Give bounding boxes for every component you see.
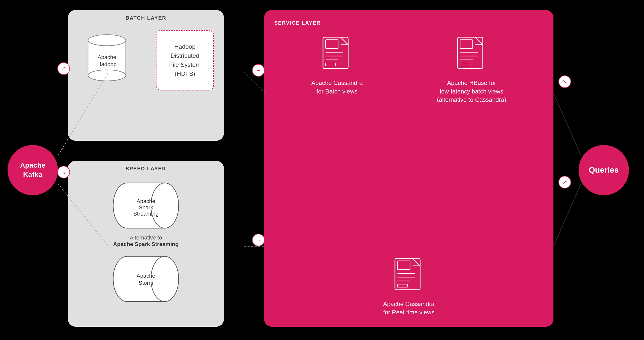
svg-text:Hadoop: Hadoop xyxy=(97,61,116,67)
alt-label: Alternative to Apache Spark Streaming xyxy=(73,234,219,248)
hdfs-box: Hadoop Distributed File System (HDFS) xyxy=(156,30,214,90)
cassandra-realtime-item: Apache Cassandra for Real-time views xyxy=(383,257,434,317)
hadoop-db-icon: Apache Hadoop xyxy=(83,28,131,83)
svg-rect-43 xyxy=(397,284,408,287)
speed-to-service-arrow: → xyxy=(252,234,265,246)
svg-point-13 xyxy=(151,183,179,228)
spark-streaming-icon: Apache Spark Streaming xyxy=(108,179,184,232)
svg-point-8 xyxy=(88,70,126,81)
svg-text:Storm: Storm xyxy=(139,280,153,286)
svg-line-5 xyxy=(553,183,581,246)
service-to-queries-down-arrow: ↗ xyxy=(558,176,571,188)
service-layer-title: SERVICE LAYER xyxy=(274,20,543,26)
svg-rect-33 xyxy=(460,40,473,48)
hdfs-to-service-arrow: → xyxy=(252,64,265,77)
cassandra-realtime-icon xyxy=(392,257,425,296)
kafka-to-speed-arrow: ↘ xyxy=(57,166,70,178)
svg-text:Apache: Apache xyxy=(98,54,116,60)
cassandra-realtime-label: Apache Cassandra for Real-time views xyxy=(383,300,434,317)
hdfs-label: Hadoop Distributed File System (HDFS) xyxy=(169,42,200,78)
diagram-container: Apache Kafka ↗ ↘ BATCH LAYER Apache Hado… xyxy=(0,0,644,340)
hbase-icon xyxy=(455,36,488,75)
svg-rect-31 xyxy=(326,63,336,66)
speed-layer-box: SPEED LAYER Apache Spark Streaming Alter… xyxy=(68,161,224,327)
batch-layer-title: BATCH LAYER xyxy=(73,15,219,21)
queries-label: Queries xyxy=(589,165,619,175)
svg-line-4 xyxy=(553,93,581,156)
speed-layer-title: SPEED LAYER xyxy=(73,166,219,172)
cassandra-batch-label: Apache Cassandra for Batch views xyxy=(311,79,363,95)
kafka-to-batch-arrow: ↗ xyxy=(57,62,70,75)
queries-node: Queries xyxy=(579,145,629,195)
storm-icon: Apache Storm xyxy=(108,253,184,305)
service-top-row: Apache Cassandra for Batch views Apache … xyxy=(274,36,543,104)
cassandra-batch-icon xyxy=(320,36,353,75)
svg-rect-27 xyxy=(326,40,338,48)
svg-point-21 xyxy=(151,256,179,302)
svg-rect-37 xyxy=(460,63,470,66)
kafka-label: Apache Kafka xyxy=(20,161,45,179)
service-to-queries-up-arrow: ↘ xyxy=(558,75,571,88)
batch-layer-box: BATCH LAYER Apache Hadoop Hadoop Distrib… xyxy=(68,10,224,141)
svg-text:Streaming: Streaming xyxy=(133,211,158,217)
svg-text:Spark: Spark xyxy=(139,204,153,211)
service-layer-box: SERVICE LAYER Apa xyxy=(264,10,553,327)
kafka-node: Apache Kafka xyxy=(8,145,58,195)
svg-rect-39 xyxy=(397,261,410,270)
hbase-label: Apache HBase for low-latency batch views… xyxy=(437,79,506,104)
service-bottom-row: Apache Cassandra for Real-time views xyxy=(274,257,543,317)
svg-text:Apache: Apache xyxy=(137,198,155,204)
cassandra-batch-item: Apache Cassandra for Batch views xyxy=(311,36,363,95)
svg-text:Apache: Apache xyxy=(137,273,155,279)
svg-point-7 xyxy=(88,35,126,46)
hbase-item: Apache HBase for low-latency batch views… xyxy=(437,36,506,104)
